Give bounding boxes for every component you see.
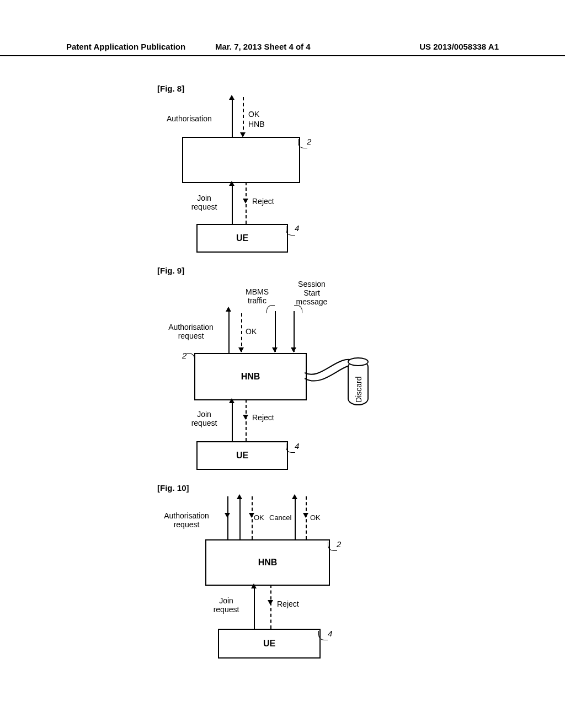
leader-line	[298, 139, 307, 148]
fig10-hnb-box: HNB	[205, 539, 330, 586]
fig9-auth2: request	[163, 332, 218, 340]
fig10-ok1: OK	[254, 514, 264, 522]
arrow-up-icon	[237, 494, 242, 499]
fig8-reject-label: Reject	[252, 197, 274, 206]
fig10-cancel: Cancel	[269, 514, 291, 522]
fig10-join1: Join	[210, 597, 243, 605]
fig10-ref4: 4	[328, 629, 332, 638]
fig9-reject: Reject	[252, 414, 274, 422]
fig8-ok-label: OK	[248, 110, 259, 119]
fig8-join-label2: request	[188, 203, 221, 211]
page-header: Patent Application Publication Mar. 7, 2…	[0, 42, 565, 56]
arrow-down-icon	[268, 600, 273, 605]
leader-curve	[186, 353, 195, 361]
header-left: Patent Application Publication	[66, 42, 185, 51]
header-right: US 2013/0058338 A1	[419, 42, 499, 51]
leader-line	[286, 443, 295, 453]
fig9-join2: request	[188, 419, 221, 427]
fig10-reject-line	[270, 585, 271, 629]
arrow-down-icon	[243, 415, 248, 420]
fig8-ref4: 4	[295, 223, 299, 233]
fig8-hnb-top-label: HNB	[248, 120, 265, 129]
fig8-ue-text: UE	[198, 233, 287, 243]
fig9-hnb-text: HNB	[195, 372, 306, 382]
fig10-ok1-line	[252, 496, 253, 539]
fig10-join2: request	[210, 606, 243, 614]
fig9-sess2: Start	[292, 289, 331, 297]
fig9-mbms1: MBMS	[241, 288, 274, 296]
fig9-ue-box: UE	[196, 441, 288, 470]
fig9-ok: OK	[246, 328, 257, 336]
fig8-join-label1: Join	[188, 194, 221, 202]
fig10-ref2: 2	[337, 539, 341, 549]
arrow-up-icon	[229, 95, 234, 100]
arrow-down-icon	[291, 347, 296, 352]
fig9-reject-line	[246, 399, 247, 441]
leader-curve	[266, 305, 275, 313]
arrow-down-icon	[249, 513, 254, 518]
fig8-auth-line	[232, 97, 233, 137]
fig9-auth1: Authorisation	[163, 323, 218, 331]
fig10-label: [Fig. 10]	[157, 483, 189, 493]
fig10-hnb-text: HNB	[206, 558, 329, 568]
fig8-label: [Fig. 8]	[157, 84, 184, 93]
arrow-up-icon	[229, 398, 234, 403]
fig9-hnb-box: HNB	[194, 353, 307, 400]
fig9-ok-line	[241, 313, 242, 352]
fig10-ok2-line	[306, 496, 307, 539]
fig8-ok-line	[243, 97, 244, 136]
header-mid: Mar. 7, 2013 Sheet 4 of 4	[215, 42, 311, 51]
fig9-ref2: 2	[182, 351, 186, 360]
fig10-cancel-line	[295, 496, 296, 539]
fig8-hnb-box	[182, 137, 300, 183]
arrow-down-icon	[238, 347, 244, 352]
fig10-join-line	[254, 585, 255, 629]
fig10-ue-box: UE	[218, 629, 321, 659]
fig9-sess1: Session	[292, 280, 331, 288]
fig9-label: [Fig. 9]	[157, 266, 184, 275]
fig10-ue-text: UE	[219, 639, 319, 649]
fig8-auth-label: Authorisation	[167, 115, 212, 123]
arrow-up-icon	[229, 181, 234, 186]
fig8-ue-box: UE	[196, 224, 288, 253]
fig9-join1: Join	[188, 410, 221, 419]
leader-line	[318, 631, 328, 640]
arrow-up-icon	[251, 584, 257, 588]
fig10-reject: Reject	[277, 600, 299, 608]
arrow-down-icon	[272, 347, 278, 352]
fig10-auth1: Authorisation	[159, 512, 214, 520]
leader-line	[286, 226, 295, 235]
fig10-auth-line	[227, 496, 228, 539]
fig8-join-line	[232, 182, 233, 224]
fig10-auth2: request	[159, 521, 214, 529]
fig9-ue-text: UE	[198, 451, 287, 461]
fig9-ref4: 4	[295, 441, 299, 451]
fig10-ok2: OK	[310, 514, 321, 522]
leader-line	[328, 542, 337, 551]
fig10-l2	[239, 496, 241, 539]
arrow-down-icon	[303, 513, 308, 518]
arrow-up-icon	[292, 494, 297, 499]
fig9-join-line	[232, 399, 233, 441]
fig9-mbms2: traffic	[241, 297, 274, 305]
arrow-up-icon	[226, 307, 231, 312]
fig9-mbms-line	[275, 311, 276, 352]
fig9-discard-label: Discard	[354, 377, 363, 403]
fig9-sess-line	[294, 311, 295, 352]
fig9-auth-line	[228, 309, 230, 353]
arrow-down-icon	[243, 199, 248, 204]
fig8-ref2: 2	[307, 137, 311, 146]
arrow-down-icon	[225, 513, 230, 518]
